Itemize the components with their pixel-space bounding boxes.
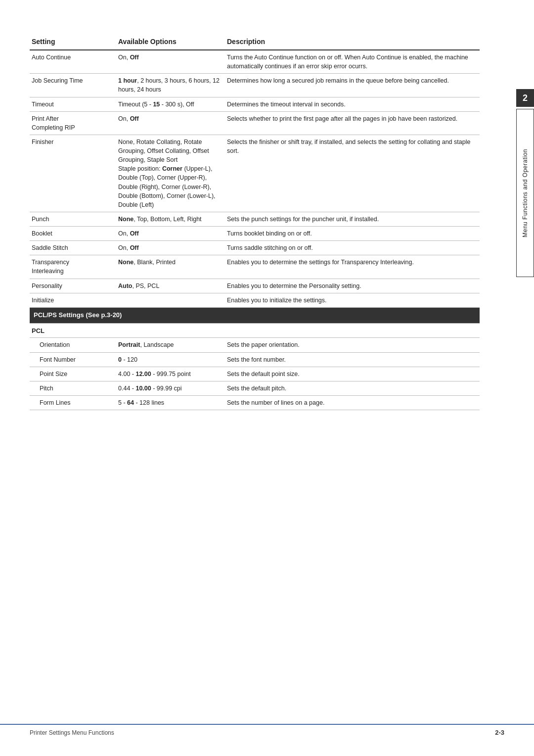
table-cell: Job Securing Time xyxy=(30,74,116,97)
table-cell: On, Off xyxy=(116,227,225,241)
table-cell: Determines how long a secured job remain… xyxy=(225,74,480,97)
table-cell: Personality xyxy=(30,279,116,293)
table-row: Print AfterCompleting RIPOn, OffSelects … xyxy=(30,111,480,135)
table-cell: Determines the timeout interval in secon… xyxy=(225,97,480,111)
header-description: Description xyxy=(225,35,480,50)
table-cell: Timeout xyxy=(30,97,116,111)
table-row: Auto ContinueOn, OffTurns the Auto Conti… xyxy=(30,50,480,74)
table-row: PersonalityAuto, PS, PCLEnables you to d… xyxy=(30,279,480,293)
table-cell xyxy=(116,293,225,307)
header-options: Available Options xyxy=(116,35,225,50)
table-header-row: Setting Available Options Description xyxy=(30,35,480,50)
table-row: TimeoutTimeout (5 - 15 - 300 s), OffDete… xyxy=(30,97,480,111)
table-cell: None, Rotate Collating, Rotate Grouping,… xyxy=(116,135,225,212)
main-content: Setting Available Options Description Au… xyxy=(30,35,504,410)
footer-label: Printer Settings Menu Functions xyxy=(30,729,114,736)
table-row: FinisherNone, Rotate Collating, Rotate G… xyxy=(30,135,480,212)
pcl-ps-header-row: PCL/PS Settings (See p.3-20) xyxy=(30,307,480,323)
table-cell: Font Number xyxy=(30,352,116,367)
table-cell: Sets the default pitch. xyxy=(225,381,480,395)
table-cell: Turns the Auto Continue function on or o… xyxy=(225,50,480,74)
table-cell: None, Blank, Printed xyxy=(116,255,225,279)
table-cell: 0 - 120 xyxy=(116,352,225,367)
table-cell: 0.44 - 10.00 - 99.99 cpi xyxy=(116,381,225,395)
table-cell: TransparencyInterleaving xyxy=(30,255,116,279)
table-cell: Enables you to initialize the settings. xyxy=(225,293,480,307)
table-cell: Form Lines xyxy=(30,395,116,410)
table-row: Form Lines5 - 64 - 128 linesSets the num… xyxy=(30,395,480,410)
table-cell: Finisher xyxy=(30,135,116,212)
pcl-subheader-row: PCL xyxy=(30,323,480,338)
table-cell: Orientation xyxy=(30,338,116,352)
table-row: OrientationPortrait, LandscapeSets the p… xyxy=(30,338,480,352)
table-cell: 5 - 64 - 128 lines xyxy=(116,395,225,410)
table-cell: 1 hour, 2 hours, 3 hours, 6 hours, 12 ho… xyxy=(116,74,225,97)
table-cell: Pitch xyxy=(30,381,116,395)
table-cell: Punch xyxy=(30,212,116,226)
table-row: BookletOn, OffTurns booklet binding on o… xyxy=(30,227,480,241)
table-row: Job Securing Time1 hour, 2 hours, 3 hour… xyxy=(30,74,480,97)
table-row: TransparencyInterleavingNone, Blank, Pri… xyxy=(30,255,480,279)
settings-table: Setting Available Options Description Au… xyxy=(30,35,480,410)
header-setting: Setting xyxy=(30,35,116,50)
table-row: Saddle StitchOn, OffTurns saddle stitchi… xyxy=(30,241,480,255)
page-footer: Printer Settings Menu Functions 2-3 xyxy=(0,724,534,736)
table-cell: 4.00 - 12.00 - 999.75 point xyxy=(116,367,225,381)
side-tab: Menu Functions and Operation xyxy=(516,109,534,277)
section-number-badge: 2 xyxy=(516,89,534,107)
table-cell: Point Size xyxy=(30,367,116,381)
table-cell: None, Top, Bottom, Left, Right xyxy=(116,212,225,226)
table-row: InitializeEnables you to initialize the … xyxy=(30,293,480,307)
table-cell: Saddle Stitch xyxy=(30,241,116,255)
table-cell: Booklet xyxy=(30,227,116,241)
table-cell: Turns saddle stitching on or off. xyxy=(225,241,480,255)
side-tab-label: Menu Functions and Operation xyxy=(522,149,529,237)
table-cell: On, Off xyxy=(116,111,225,135)
pcl-ps-header-cell: PCL/PS Settings (See p.3-20) xyxy=(30,307,480,323)
table-cell: Auto Continue xyxy=(30,50,116,74)
table-cell: Enables you to determine the Personality… xyxy=(225,279,480,293)
table-cell: Print AfterCompleting RIP xyxy=(30,111,116,135)
table-cell: Sets the default point size. xyxy=(225,367,480,381)
table-cell: Initialize xyxy=(30,293,116,307)
table-cell: Enables you to determine the settings fo… xyxy=(225,255,480,279)
table-cell: On, Off xyxy=(116,50,225,74)
table-cell: Sets the number of lines on a page. xyxy=(225,395,480,410)
footer-page-number: 2-3 xyxy=(495,729,504,736)
table-cell: Portrait, Landscape xyxy=(116,338,225,352)
table-cell: Auto, PS, PCL xyxy=(116,279,225,293)
table-cell: Turns booklet binding on or off. xyxy=(225,227,480,241)
table-cell: Sets the paper orientation. xyxy=(225,338,480,352)
table-row: Font Number0 - 120Sets the font number. xyxy=(30,352,480,367)
table-row: Point Size4.00 - 12.00 - 999.75 pointSet… xyxy=(30,367,480,381)
page-wrapper: 2 Menu Functions and Operation Setting A… xyxy=(0,0,534,756)
table-row: PunchNone, Top, Bottom, Left, RightSets … xyxy=(30,212,480,226)
table-cell: Selects whether to print the first page … xyxy=(225,111,480,135)
table-cell: Sets the font number. xyxy=(225,352,480,367)
table-cell: Selects the finisher or shift tray, if i… xyxy=(225,135,480,212)
table-cell: On, Off xyxy=(116,241,225,255)
table-cell: Sets the punch settings for the puncher … xyxy=(225,212,480,226)
pcl-subheader-cell: PCL xyxy=(30,323,480,338)
table-cell: Timeout (5 - 15 - 300 s), Off xyxy=(116,97,225,111)
table-row: Pitch0.44 - 10.00 - 99.99 cpiSets the de… xyxy=(30,381,480,395)
